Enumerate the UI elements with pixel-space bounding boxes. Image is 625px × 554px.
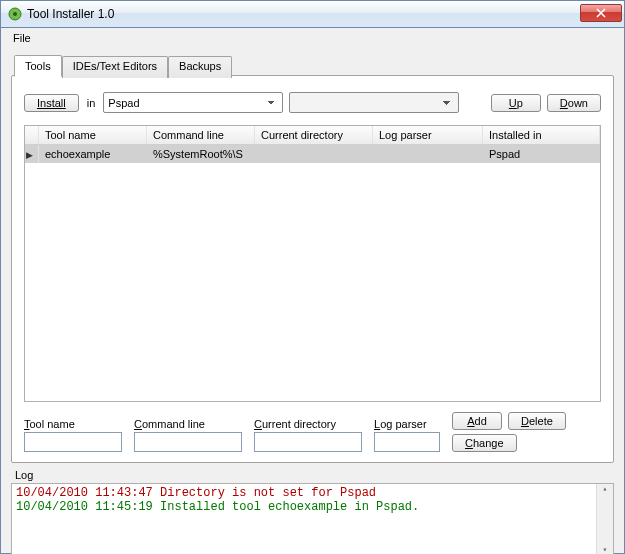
field-tool-name: Tool name — [24, 418, 122, 452]
cell-tool-name: echoexample — [39, 145, 147, 163]
tab-tools[interactable]: Tools — [14, 55, 62, 77]
scroll-down-icon: ▾ — [603, 545, 608, 554]
log-line: 10/04/2010 11:43:47 Directory is not set… — [16, 486, 609, 500]
log-box[interactable]: 10/04/2010 11:43:47 Directory is not set… — [11, 483, 614, 554]
window: Tool Installer 1.0 File Tools IDEs/Text … — [0, 0, 625, 554]
cell-current-dir — [255, 145, 373, 163]
add-button[interactable]: Add — [452, 412, 502, 430]
delete-button[interactable]: Delete — [508, 412, 566, 430]
close-button[interactable] — [580, 4, 622, 22]
log-section: Log 10/04/2010 11:43:47 Directory is not… — [11, 469, 614, 554]
up-button[interactable]: Up — [491, 94, 541, 112]
col-tool-name[interactable]: Tool name — [39, 126, 147, 144]
col-command-line[interactable]: Command line — [147, 126, 255, 144]
label-current-dir: Current directory — [254, 418, 362, 430]
install-button[interactable]: Install — [24, 94, 79, 112]
titlebar: Tool Installer 1.0 — [1, 1, 624, 28]
cell-installed-in: Pspad — [483, 145, 600, 163]
change-button[interactable]: Change — [452, 434, 517, 452]
label-log-parser: Log parser — [374, 418, 440, 430]
col-current-dir[interactable]: Current directory — [255, 126, 373, 144]
close-icon — [596, 8, 606, 18]
tool-name-input[interactable] — [24, 432, 122, 452]
down-button[interactable]: Down — [547, 94, 601, 112]
current-dir-input[interactable] — [254, 432, 362, 452]
field-current-dir: Current directory — [254, 418, 362, 452]
grid-header: Tool name Command line Current directory… — [25, 126, 600, 145]
col-log-parser[interactable]: Log parser — [373, 126, 483, 144]
triangle-right-icon: ▶ — [26, 150, 33, 160]
tab-headers: Tools IDEs/Text Editors Backups — [14, 55, 232, 77]
log-label: Log — [15, 469, 614, 481]
toolbar-row: Install in Pspad Up Down — [24, 92, 601, 113]
content: Tools IDEs/Text Editors Backups Install … — [1, 48, 624, 554]
tools-grid: Tool name Command line Current directory… — [24, 125, 601, 402]
scrollbar[interactable]: ▴ ▾ — [596, 484, 613, 554]
window-title: Tool Installer 1.0 — [27, 7, 580, 21]
in-label: in — [85, 97, 98, 109]
command-line-input[interactable] — [134, 432, 242, 452]
target-select[interactable]: Pspad — [103, 92, 283, 113]
label-command-line: Command line — [134, 418, 242, 430]
grid-body[interactable]: ▶ echoexample %SystemRoot%\S Pspad — [25, 145, 600, 401]
label-tool-name: Tool name — [24, 418, 122, 430]
tab-ides[interactable]: IDEs/Text Editors — [62, 56, 168, 78]
row-marker: ▶ — [25, 145, 39, 163]
field-command-line: Command line — [134, 418, 242, 452]
cell-command-line: %SystemRoot%\S — [147, 145, 255, 163]
tab-body: Install in Pspad Up Down Tool name Comma… — [12, 76, 613, 462]
log-line: 10/04/2010 11:45:19 Installed tool echoe… — [16, 500, 609, 514]
edit-row: Tool name Command line Current directory… — [24, 412, 601, 452]
field-log-parser: Log parser — [374, 418, 440, 452]
secondary-select[interactable] — [289, 92, 459, 113]
col-installed-in[interactable]: Installed in — [483, 126, 600, 144]
grid-header-marker — [25, 126, 39, 144]
svg-point-1 — [13, 12, 17, 16]
menu-file[interactable]: File — [7, 30, 37, 46]
log-parser-input[interactable] — [374, 432, 440, 452]
tab-control: Tools IDEs/Text Editors Backups Install … — [11, 75, 614, 463]
tab-backups[interactable]: Backups — [168, 56, 232, 78]
menubar: File — [1, 28, 624, 48]
table-row[interactable]: ▶ echoexample %SystemRoot%\S Pspad — [25, 145, 600, 163]
cell-log-parser — [373, 145, 483, 163]
scroll-up-icon: ▴ — [603, 484, 608, 493]
edit-button-column: Add Delete Change — [452, 412, 566, 452]
app-icon — [7, 6, 23, 22]
